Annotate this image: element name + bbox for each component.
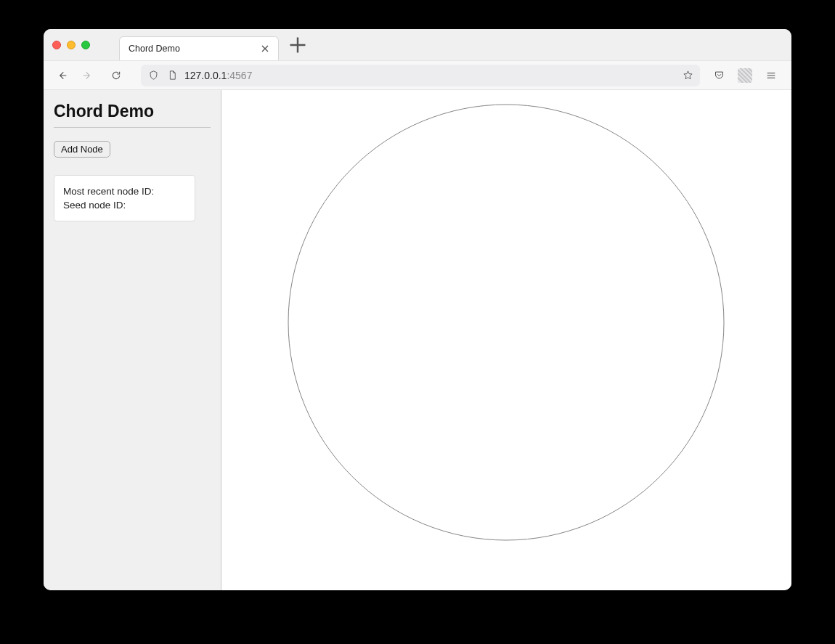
tab-strip: Chord Demo (44, 29, 791, 60)
divider (54, 127, 211, 128)
recent-node-row: Most recent node ID: (63, 186, 186, 197)
chord-ring (221, 90, 791, 590)
url-port: :4567 (227, 70, 252, 81)
ring-circle (288, 105, 724, 540)
forward-button[interactable] (76, 65, 99, 86)
sidebar: Chord Demo Add Node Most recent node ID:… (44, 90, 221, 590)
pocket-icon (714, 70, 725, 81)
close-icon (259, 43, 271, 54)
tab-title: Chord Demo (129, 44, 259, 54)
plus-icon (288, 35, 308, 55)
arrow-right-icon (81, 70, 93, 81)
hamburger-icon (765, 70, 777, 81)
shield-icon[interactable] (147, 69, 160, 82)
window-controls (52, 41, 90, 49)
toolbar-right (706, 65, 784, 86)
back-button[interactable] (51, 65, 74, 86)
extension-button[interactable] (733, 65, 757, 86)
url-text: 127.0.0.1:4567 (184, 70, 252, 81)
tab-close-button[interactable] (259, 43, 271, 54)
page-icon[interactable] (166, 69, 179, 82)
chord-canvas[interactable] (221, 90, 791, 590)
browser-toolbar: 127.0.0.1:4567 (44, 60, 791, 90)
reload-button[interactable] (105, 65, 128, 86)
address-bar[interactable]: 127.0.0.1:4567 (141, 65, 700, 86)
url-host: 127.0.0.1 (184, 70, 227, 81)
window-close-button[interactable] (52, 41, 61, 49)
reload-icon (110, 70, 122, 81)
window-minimize-button[interactable] (67, 41, 76, 49)
page-content: Chord Demo Add Node Most recent node ID:… (44, 90, 791, 590)
browser-window: Chord Demo 127.0.0.1:4567 (44, 29, 791, 590)
bookmark-button[interactable] (681, 69, 694, 82)
extension-icon (738, 68, 752, 83)
app-menu-button[interactable] (759, 65, 783, 86)
window-zoom-button[interactable] (81, 41, 90, 49)
star-icon (683, 70, 693, 81)
node-info-box: Most recent node ID: Seed node ID: (54, 175, 195, 221)
recent-node-label: Most recent node ID: (63, 186, 154, 197)
pocket-button[interactable] (707, 65, 730, 86)
browser-tab[interactable]: Chord Demo (119, 36, 279, 60)
add-node-button[interactable]: Add Node (54, 141, 110, 158)
page-title: Chord Demo (54, 102, 211, 121)
seed-node-row: Seed node ID: (63, 200, 186, 211)
arrow-left-icon (57, 70, 68, 81)
new-tab-button[interactable] (288, 35, 308, 55)
seed-node-label: Seed node ID: (63, 200, 126, 211)
